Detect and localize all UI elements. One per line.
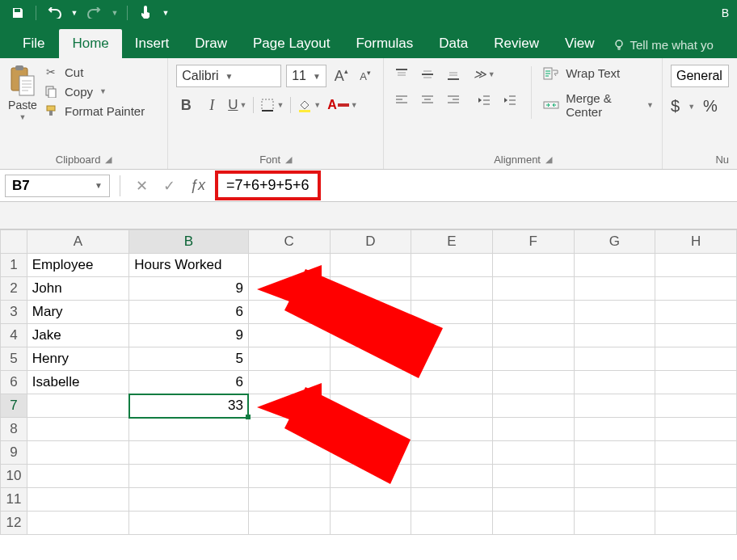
row-header-12[interactable]: 12 [1, 512, 27, 535]
cell-B9[interactable] [129, 441, 249, 465]
select-all-corner[interactable] [1, 230, 27, 254]
tab-view[interactable]: View [552, 29, 608, 58]
cell-H1[interactable] [655, 254, 737, 277]
decrease-indent-button[interactable] [474, 92, 494, 108]
row-header-11[interactable]: 11 [1, 488, 27, 512]
cell-B3[interactable]: 6 [129, 301, 249, 324]
cell-H6[interactable] [655, 371, 737, 394]
tab-formulas[interactable]: Formulas [343, 29, 426, 58]
merge-center-button[interactable]: Merge & Center ▼ [543, 91, 654, 119]
cell-H4[interactable] [655, 324, 737, 347]
touch-dropdown[interactable]: ▼ [160, 2, 171, 24]
cell-B8[interactable] [129, 418, 249, 441]
cell-A7[interactable] [27, 394, 128, 418]
orientation-button[interactable]: ≫▼ [474, 66, 494, 82]
number-format-combo[interactable]: General [671, 65, 729, 87]
cell-B5[interactable]: 5 [129, 347, 249, 371]
cell-G7[interactable] [574, 394, 655, 418]
cell-H2[interactable] [655, 277, 737, 301]
row-header-1[interactable]: 1 [1, 254, 27, 277]
row-header-4[interactable]: 4 [1, 324, 27, 347]
col-header-G[interactable]: G [574, 230, 655, 254]
copy-button[interactable]: Copy ▼ [44, 84, 145, 99]
font-name-combo[interactable]: Calibri▼ [176, 65, 281, 87]
increase-font-button[interactable]: A▴ [331, 66, 351, 86]
align-right-button[interactable] [444, 92, 463, 108]
wrap-text-button[interactable]: Wrap Text [543, 66, 654, 80]
undo-dropdown[interactable]: ▼ [69, 2, 80, 24]
cell-G9[interactable] [574, 441, 655, 465]
tab-draw[interactable]: Draw [182, 29, 240, 58]
align-top-button[interactable] [392, 66, 411, 82]
font-color-button[interactable]: A ▼ [327, 98, 357, 112]
cell-F12[interactable] [492, 512, 574, 535]
col-header-B[interactable]: B [129, 230, 249, 254]
cell-A1[interactable]: Employee [27, 254, 128, 277]
cell-A3[interactable]: Mary [27, 301, 128, 324]
redo-button[interactable] [83, 2, 106, 24]
align-left-button[interactable] [392, 92, 411, 108]
cell-A10[interactable] [27, 465, 128, 488]
cancel-formula-button[interactable]: ✕ [130, 175, 153, 197]
cell-A9[interactable] [27, 441, 128, 465]
cell-G3[interactable] [574, 301, 655, 324]
cell-B4[interactable]: 9 [129, 324, 249, 347]
undo-button[interactable] [43, 2, 65, 24]
cell-F9[interactable] [492, 441, 574, 465]
cell-A4[interactable]: Jake [27, 324, 128, 347]
cell-B7[interactable]: 33 [129, 394, 249, 418]
cell-F6[interactable] [492, 371, 574, 394]
cell-B10[interactable] [129, 465, 249, 488]
row-header-2[interactable]: 2 [1, 277, 27, 301]
increase-indent-button[interactable] [500, 92, 520, 108]
name-box[interactable]: B7▼ [5, 175, 110, 197]
fill-color-button[interactable]: ▼ [297, 98, 321, 112]
cell-G8[interactable] [574, 418, 655, 441]
cut-button[interactable]: ✂ Cut [44, 65, 145, 79]
cell-E12[interactable] [411, 512, 493, 535]
tab-home[interactable]: Home [59, 29, 121, 58]
format-painter-button[interactable]: Format Painter [44, 103, 145, 118]
cell-E8[interactable] [411, 418, 493, 441]
cell-F4[interactable] [492, 324, 574, 347]
cell-E10[interactable] [411, 465, 493, 488]
cell-H7[interactable] [655, 394, 737, 418]
row-header-6[interactable]: 6 [1, 371, 27, 394]
cell-D11[interactable] [330, 488, 411, 512]
col-header-H[interactable]: H [655, 230, 737, 254]
paste-button[interactable]: Paste ▼ [8, 61, 37, 121]
cell-E7[interactable] [411, 394, 493, 418]
cell-B1[interactable]: Hours Worked [129, 254, 249, 277]
cell-A8[interactable] [27, 418, 128, 441]
align-bottom-button[interactable] [444, 66, 463, 82]
underline-button[interactable]: U▼ [228, 97, 246, 113]
cell-E11[interactable] [411, 488, 493, 512]
font-size-combo[interactable]: 11▼ [286, 65, 326, 87]
cell-A11[interactable] [27, 488, 128, 512]
redo-dropdown[interactable]: ▼ [109, 2, 120, 24]
cell-G5[interactable] [574, 347, 655, 371]
tab-file[interactable]: File [8, 29, 59, 58]
cell-G6[interactable] [574, 371, 655, 394]
cell-H8[interactable] [655, 418, 737, 441]
cell-G4[interactable] [574, 324, 655, 347]
cell-F11[interactable] [492, 488, 574, 512]
percent-button[interactable]: % [703, 97, 718, 116]
cell-B11[interactable] [129, 488, 249, 512]
row-header-8[interactable]: 8 [1, 418, 27, 441]
italic-button[interactable]: I [202, 95, 221, 115]
save-icon[interactable] [6, 2, 29, 24]
cell-C11[interactable] [248, 488, 330, 512]
formula-input[interactable]: =7+6+9+5+6 [226, 177, 310, 193]
fx-icon[interactable]: ƒx [185, 177, 210, 194]
col-header-C[interactable]: C [248, 230, 330, 254]
cell-E9[interactable] [411, 441, 493, 465]
borders-button[interactable]: ▼ [260, 98, 284, 112]
cell-F5[interactable] [492, 347, 574, 371]
row-header-5[interactable]: 5 [1, 347, 27, 371]
cell-D12[interactable] [330, 512, 411, 535]
cell-A12[interactable] [27, 512, 128, 535]
cell-B6[interactable]: 6 [129, 371, 249, 394]
decrease-font-button[interactable]: A▾ [356, 66, 375, 86]
col-header-A[interactable]: A [27, 230, 128, 254]
